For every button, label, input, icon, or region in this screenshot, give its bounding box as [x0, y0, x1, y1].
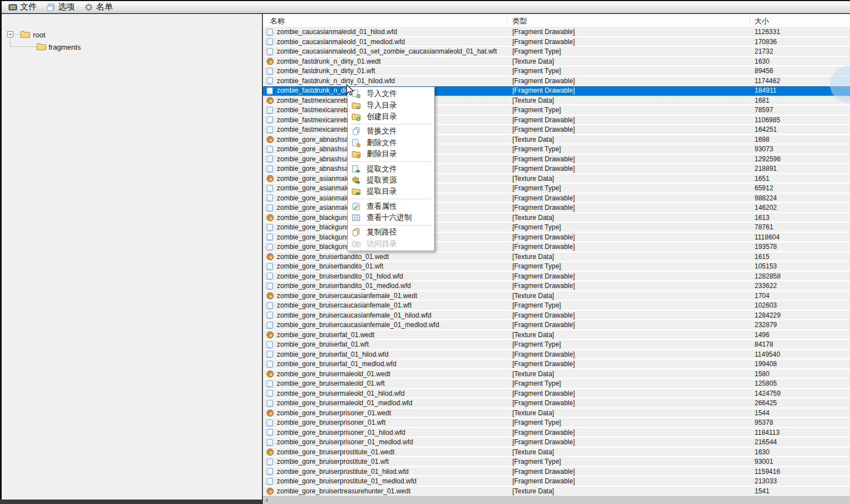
- table-row[interactable]: zombie_gore_bruiserfat_01.wft [Fragment …: [263, 340, 850, 350]
- file-name-cell: zombie_gore_bruiserprostitute_01.wft: [266, 458, 389, 466]
- table-row[interactable]: zombie_gore_bruiserfat_01.wedt [Texture …: [263, 330, 850, 340]
- context-menu-item[interactable]: 查看属性: [348, 201, 434, 212]
- table-row[interactable]: zombie_gore_bruiserprisoner_01.wedt [Tex…: [263, 409, 850, 419]
- tree-node-root[interactable]: root: [33, 31, 45, 39]
- folder-icon: [36, 42, 46, 50]
- file-name: zombie_gore_bruiserbandito_01_medlod.wfd: [277, 282, 411, 290]
- file-type: [Fragment Type]: [512, 340, 561, 349]
- file-type-icon: [266, 97, 274, 104]
- table-row[interactable]: zombie_gore_bruiserprisoner_01_medlod.wf…: [263, 438, 850, 448]
- file-type: [Texture Data]: [512, 57, 554, 66]
- file-name-cell: zombie_gore_bruiserprostitute_01.wedt: [266, 448, 395, 457]
- context-menu-item[interactable]: 提取目录: [348, 186, 434, 197]
- context-menu-item[interactable]: 删除目录: [348, 148, 434, 160]
- context-menu-item[interactable]: 删除文件: [348, 137, 434, 148]
- column-divider[interactable]: [750, 16, 750, 25]
- file-name-cell: zombie_gore_bruiserprostitute_01_hilod.w…: [266, 468, 409, 476]
- table-row[interactable]: zombie_gore_bruisermaleold_01.wft [Fragm…: [263, 379, 850, 389]
- file-name: zombie_gore_bruisermaleold_01_hilod.wfd: [277, 390, 405, 398]
- table-row[interactable]: zombie_gore_bruiserfat_01_hilod.wfd [Fra…: [263, 350, 850, 360]
- file-type-icon: [266, 185, 274, 193]
- context-menu-item-label: 查看十六进制: [367, 213, 412, 223]
- menu-options[interactable]: 选项: [43, 1, 81, 13]
- table-row[interactable]: zombie_gore_bruiserprostitute_01_medlod.…: [263, 477, 850, 487]
- file-size: 218891: [755, 165, 777, 173]
- context-menu-item[interactable]: 查看十六进制: [348, 212, 434, 223]
- table-row[interactable]: zombie_fastdrunk_n_dirty_01_hilod.wfd [F…: [263, 76, 850, 87]
- file-type: [Fragment Drawable]: [512, 477, 575, 486]
- table-row[interactable]: zombie_gore_bruisercaucasianfemale_01.we…: [263, 291, 850, 301]
- table-row[interactable]: zombie_caucasianmaleold_01_medlod.wfd [F…: [263, 37, 850, 47]
- file-type-icon: [266, 253, 274, 261]
- column-divider[interactable]: [507, 16, 507, 25]
- file-type: [Fragment Drawable]: [512, 28, 575, 36]
- context-menu-item[interactable]: 提取文件: [348, 163, 434, 174]
- file-size: 233622: [755, 282, 777, 290]
- file-size: 89456: [755, 67, 773, 75]
- file-name: zombie_fastdrunk_n_dirty_01.wft: [277, 67, 375, 75]
- table-row[interactable]: zombie_gore_bruisercaucasianfemale_01.wf…: [263, 301, 850, 311]
- context-menu-item[interactable]: 替换文件: [348, 126, 434, 137]
- file-name: zombie_gore_bruiserbandito_01.wedt: [277, 253, 389, 261]
- table-row[interactable]: zombie_fastdrunk_n_dirty_01.wedt [Textur…: [263, 57, 850, 67]
- view-hex-icon: [352, 213, 361, 222]
- file-name-cell: zombie_gore_bruiserbandito_01_hilod.wfd: [266, 272, 403, 281]
- names-menu-icon: [84, 3, 93, 12]
- table-row[interactable]: zombie_gore_bruisertreasurehunter_01.wed…: [263, 487, 850, 497]
- table-row[interactable]: zombie_gore_bruiserbandito_01.wft [Fragm…: [263, 262, 850, 272]
- table-row[interactable]: zombie_gore_bruisercaucasianfemale_01_me…: [263, 320, 850, 330]
- file-type: [Fragment Drawable]: [512, 116, 575, 124]
- tree-node-fragments[interactable]: fragments: [49, 43, 81, 51]
- table-row[interactable]: zombie_gore_bruiserbandito_01_hilod.wfd …: [263, 272, 850, 282]
- table-row[interactable]: zombie_gore_bruisermaleold_01_medlod.wfd…: [263, 399, 850, 409]
- column-header-name[interactable]: 名称: [270, 16, 285, 26]
- column-header-size[interactable]: 大小: [755, 16, 769, 26]
- file-name-cell: zombie_gore_bruiserbandito_01.wft: [266, 262, 383, 271]
- file-name: zombie_gore_bruiserfat_01_medlod.wfd: [277, 360, 396, 368]
- file-size: 193578: [755, 243, 777, 251]
- table-row[interactable]: zombie_gore_bruiserprisoner_01_hilod.wfd…: [263, 428, 850, 438]
- table-row[interactable]: zombie_gore_bruiserprisoner_01.wft [Frag…: [263, 418, 850, 428]
- table-row[interactable]: zombie_gore_bruisercaucasianfemale_01_hi…: [263, 311, 850, 321]
- file-type-icon: [266, 400, 274, 407]
- table-row[interactable]: zombie_caucasianmaleold_01_set_zombie_ca…: [263, 47, 850, 57]
- file-type: [Fragment Drawable]: [512, 438, 575, 447]
- column-header-type[interactable]: 类型: [512, 16, 527, 26]
- copy-path-icon: [352, 228, 361, 237]
- table-row[interactable]: zombie_gore_bruiserprostitute_01.wedt [T…: [263, 448, 850, 458]
- context-menu-item[interactable]: 导入目录: [348, 99, 434, 111]
- file-name: zombie_gore_bruisertreasurehunter_01.wed…: [277, 487, 410, 496]
- file-type: [Texture Data]: [512, 448, 554, 457]
- file-type: [Fragment Drawable]: [512, 282, 575, 290]
- file-name: zombie_fastdrunk_n_dirty_01.wedt: [277, 57, 381, 66]
- file-size: 1284229: [755, 311, 781, 320]
- table-row[interactable]: zombie_fastdrunk_n_dirty_01.wft [Fragmen…: [263, 66, 850, 76]
- tree-collapse-toggle[interactable]: [7, 31, 13, 37]
- table-row[interactable]: zombie_gore_bruisermaleold_01_hilod.wfd …: [263, 389, 850, 399]
- file-type: [Fragment Type]: [512, 262, 561, 271]
- table-row[interactable]: zombie_gore_bruisermaleold_01.wedt [Text…: [263, 369, 850, 380]
- horizontal-scrollbar[interactable]: ‹: [263, 496, 850, 504]
- context-menu-item[interactable]: 复制路径: [348, 227, 434, 238]
- context-menu-item[interactable]: 导入文件: [348, 88, 434, 99]
- file-type: [Fragment Drawable]: [512, 87, 575, 95]
- context-menu-item-label: 提取资源: [367, 175, 397, 185]
- file-type: [Fragment Type]: [512, 106, 561, 114]
- file-size: 65912: [755, 184, 773, 193]
- file-name: zombie_gore_bruiserprostitute_01_hilod.w…: [277, 468, 409, 476]
- scroll-left-arrow-icon[interactable]: ‹: [263, 496, 268, 503]
- menu-names[interactable]: 名单: [81, 1, 119, 13]
- table-row[interactable]: zombie_gore_bruiserprostitute_01.wft [Fr…: [263, 457, 850, 467]
- table-row[interactable]: zombie_gore_bruiserbandito_01.wedt [Text…: [263, 252, 850, 262]
- file-type-icon: [266, 272, 274, 280]
- table-row[interactable]: zombie_gore_bruiserfat_01_medlod.wfd [Fr…: [263, 359, 850, 369]
- file-type: [Texture Data]: [512, 175, 554, 183]
- table-row[interactable]: zombie_caucasianmaleold_01_hilod.wfd [Fr…: [263, 27, 850, 37]
- file-type: [Fragment Drawable]: [512, 360, 575, 368]
- table-row[interactable]: zombie_gore_bruiserprostitute_01_hilod.w…: [263, 467, 850, 477]
- context-menu-item[interactable]: 创建目录: [348, 111, 434, 122]
- menu-file[interactable]: 文件: [5, 1, 43, 13]
- context-menu-item[interactable]: 提取资源: [348, 175, 434, 186]
- file-type: [Fragment Type]: [512, 67, 561, 75]
- table-row[interactable]: zombie_gore_bruiserbandito_01_medlod.wfd…: [263, 281, 850, 291]
